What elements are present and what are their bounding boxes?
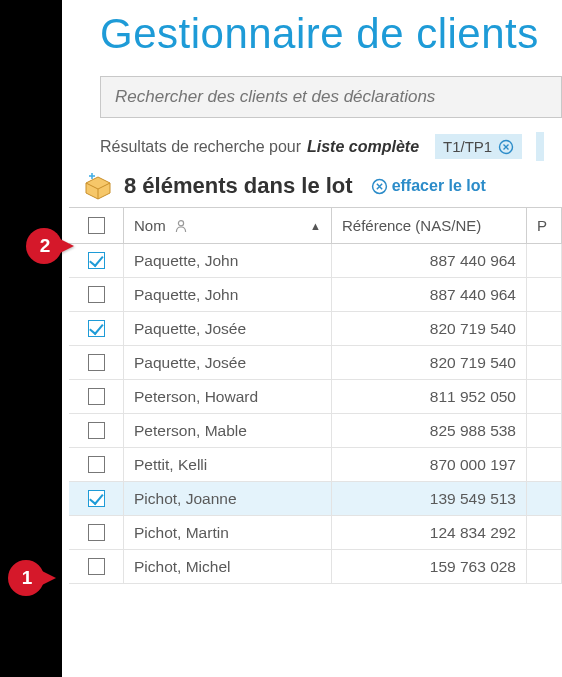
table-row[interactable]: Peterson, Mable825 988 538 — [69, 414, 562, 448]
row-checkbox-cell[interactable] — [69, 380, 124, 413]
row-p — [527, 346, 562, 379]
row-checkbox[interactable] — [88, 524, 105, 541]
callout-1: 1 — [8, 560, 56, 596]
results-table: Nom ▲ Référence (NAS/NE) P Paquette, Joh… — [69, 207, 562, 584]
row-checkbox-cell[interactable] — [69, 516, 124, 549]
row-ref: 870 000 197 — [332, 448, 527, 481]
row-p — [527, 414, 562, 447]
callout-2: 2 — [26, 228, 74, 264]
row-name: Pichot, Michel — [124, 550, 332, 583]
filter-chip-label: T1/TP1 — [443, 138, 492, 155]
row-ref: 139 549 513 — [332, 482, 527, 515]
svg-point-4 — [178, 220, 183, 225]
row-checkbox-cell[interactable] — [69, 550, 124, 583]
filter-chip-extra[interactable] — [536, 132, 544, 161]
row-ref: 887 440 964 — [332, 278, 527, 311]
row-checkbox-cell[interactable] — [69, 482, 124, 515]
table-row[interactable]: Pettit, Kelli870 000 197 — [69, 448, 562, 482]
box-icon — [82, 171, 114, 201]
row-ref: 820 719 540 — [332, 312, 527, 345]
row-checkbox[interactable] — [88, 252, 105, 269]
row-checkbox-cell[interactable] — [69, 414, 124, 447]
header-p-label: P — [537, 217, 547, 234]
row-ref: 887 440 964 — [332, 244, 527, 277]
row-checkbox-cell[interactable] — [69, 244, 124, 277]
clear-batch-button[interactable]: effacer le lot — [371, 177, 486, 195]
header-checkbox-cell[interactable] — [69, 208, 124, 243]
sort-asc-icon: ▲ — [310, 220, 321, 232]
row-checkbox[interactable] — [88, 354, 105, 371]
row-p — [527, 244, 562, 277]
row-name: Pettit, Kelli — [124, 448, 332, 481]
header-name[interactable]: Nom ▲ — [124, 208, 332, 243]
row-checkbox[interactable] — [88, 490, 105, 507]
header-ref[interactable]: Référence (NAS/NE) — [332, 208, 527, 243]
search-box[interactable] — [100, 76, 562, 118]
table-row[interactable]: Pichot, Joanne139 549 513 — [69, 482, 562, 516]
batch-row: 8 éléments dans le lot effacer le lot — [82, 171, 562, 201]
row-checkbox[interactable] — [88, 286, 105, 303]
table-row[interactable]: Pichot, Michel159 763 028 — [69, 550, 562, 584]
row-ref: 811 952 050 — [332, 380, 527, 413]
row-checkbox-cell[interactable] — [69, 312, 124, 345]
row-name: Peterson, Howard — [124, 380, 332, 413]
filter-chip[interactable]: T1/TP1 — [435, 134, 522, 159]
row-checkbox[interactable] — [88, 320, 105, 337]
row-name: Peterson, Mable — [124, 414, 332, 447]
row-name: Paquette, John — [124, 244, 332, 277]
row-name: Paquette, John — [124, 278, 332, 311]
row-name: Pichot, Joanne — [124, 482, 332, 515]
main-panel: Gestionnaire de clients Résultats de rec… — [62, 0, 562, 677]
table-row[interactable]: Peterson, Howard811 952 050 — [69, 380, 562, 414]
header-name-label: Nom — [134, 217, 166, 234]
row-checkbox-cell[interactable] — [69, 278, 124, 311]
table-row[interactable]: Pichot, Martin124 834 292 — [69, 516, 562, 550]
row-checkbox[interactable] — [88, 422, 105, 439]
row-name: Pichot, Martin — [124, 516, 332, 549]
row-p — [527, 516, 562, 549]
page-title: Gestionnaire de clients — [100, 10, 562, 58]
table-header: Nom ▲ Référence (NAS/NE) P — [69, 208, 562, 244]
table-body: Paquette, John887 440 964Paquette, John8… — [69, 244, 562, 584]
table-row[interactable]: Paquette, John887 440 964 — [69, 278, 562, 312]
row-ref: 124 834 292 — [332, 516, 527, 549]
select-all-checkbox[interactable] — [88, 217, 105, 234]
table-row[interactable]: Paquette, John887 440 964 — [69, 244, 562, 278]
row-p — [527, 482, 562, 515]
row-p — [527, 448, 562, 481]
header-ref-label: Référence (NAS/NE) — [342, 217, 481, 234]
row-checkbox-cell[interactable] — [69, 346, 124, 379]
row-name: Paquette, Josée — [124, 346, 332, 379]
clear-batch-label: effacer le lot — [392, 177, 486, 195]
row-p — [527, 278, 562, 311]
table-row[interactable]: Paquette, Josée820 719 540 — [69, 346, 562, 380]
row-p — [527, 312, 562, 345]
batch-title: 8 éléments dans le lot — [124, 173, 353, 199]
row-name: Paquette, Josée — [124, 312, 332, 345]
row-p — [527, 550, 562, 583]
results-label: Résultats de recherche pour — [100, 138, 301, 156]
row-checkbox[interactable] — [88, 388, 105, 405]
results-value: Liste complète — [307, 138, 419, 156]
row-ref: 825 988 538 — [332, 414, 527, 447]
row-checkbox[interactable] — [88, 456, 105, 473]
search-input[interactable] — [113, 86, 549, 108]
row-checkbox-cell[interactable] — [69, 448, 124, 481]
row-ref: 159 763 028 — [332, 550, 527, 583]
close-icon[interactable] — [498, 139, 514, 155]
header-p[interactable]: P — [527, 208, 562, 243]
row-ref: 820 719 540 — [332, 346, 527, 379]
person-icon — [174, 219, 188, 233]
row-p — [527, 380, 562, 413]
table-row[interactable]: Paquette, Josée820 719 540 — [69, 312, 562, 346]
results-line: Résultats de recherche pour Liste complè… — [100, 132, 562, 161]
row-checkbox[interactable] — [88, 558, 105, 575]
